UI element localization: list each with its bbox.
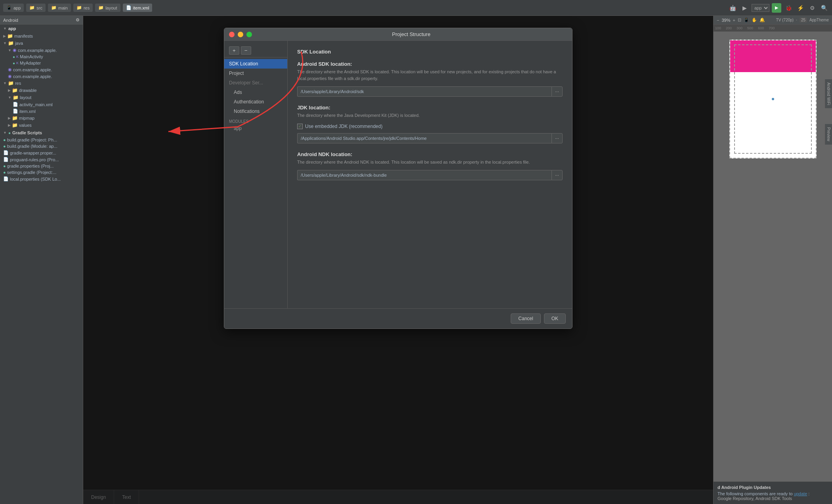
kt-badge-main: K — [16, 55, 19, 59]
zoom-out-icon[interactable]: − — [717, 18, 719, 23]
close-button[interactable] — [229, 32, 235, 37]
project-sidebar: Android ⚙ ▼ app ▶ 📁 manifests ▼ 📁 java ▼… — [0, 16, 83, 504]
tree-item-package2[interactable]: ◉ com.example.apple. — [0, 66, 83, 73]
dialog-nav-developer-ser[interactable]: Developer Ser... — [224, 78, 287, 88]
settings-icon[interactable]: ⚙ — [807, 3, 817, 13]
dialog-nav-app-module[interactable]: app — [224, 124, 287, 132]
toolbar-tab-itemxml[interactable]: 📄 item.xml — [123, 4, 153, 12]
tree-item-mipmap[interactable]: ▶ 📁 mipmap — [0, 115, 83, 122]
tree-item-app-root[interactable]: ▼ app — [0, 25, 83, 32]
plugin-updates-title: d Android Plugin Updates — [718, 485, 828, 490]
horizontal-ruler: 100200300500600700 — [714, 25, 832, 32]
right-vertical-tabs: Android WiFi Preview — [825, 79, 832, 145]
tree-item-java[interactable]: ▼ 📁 java — [0, 40, 83, 47]
tree-item-local-props[interactable]: 📄 local.properties (SDK Lo... — [0, 176, 83, 182]
dialog-titlebar: Project Structure — [224, 28, 572, 41]
tree-item-gradle-props[interactable]: ● gradle.properties (Proj... — [0, 163, 83, 169]
run-button[interactable]: ▶ — [772, 3, 781, 13]
plugin-updates-prefix: d — [718, 485, 721, 490]
dialog-nav-project[interactable]: Project — [224, 69, 287, 78]
debug-icon[interactable]: 🐞 — [784, 3, 793, 13]
dialog-nav-ads[interactable]: Ads — [224, 88, 287, 97]
android-icon[interactable]: 🤖 — [728, 3, 737, 13]
folder-icon-mipmap: 📁 — [12, 115, 18, 121]
android-sdk-path-input[interactable] — [297, 86, 551, 97]
ndk-path-field: ··· — [297, 170, 563, 180]
tree-item-myadapter[interactable]: ● K MyAdapter — [0, 60, 83, 66]
tree-item-manifests[interactable]: ▶ 📁 manifests — [0, 32, 83, 40]
dialog-footer: Cancel OK — [224, 308, 572, 328]
xml-icon-activity: 📄 — [13, 102, 18, 107]
gradle-icon-1: ● — [3, 137, 6, 142]
gradle-icon-4: ● — [3, 170, 6, 175]
plugin-updates-desc: The following components are ready to up… — [718, 491, 828, 496]
tree-item-build-gradle-mod[interactable]: ● build.gradle (Module: ap... — [0, 143, 83, 149]
top-toolbar: 📱 app 📁 src 📁 main 📁 res 📁 layout 📄 item… — [0, 0, 832, 16]
profile-icon[interactable]: ⚡ — [796, 3, 805, 13]
run-config-icon[interactable]: ▶ — [740, 3, 749, 13]
preview-vertical-label[interactable]: Preview — [825, 124, 832, 145]
file-icon-proguard: 📄 — [3, 157, 9, 162]
chevron-icon-layout: ▼ — [8, 95, 11, 99]
gradle-folder-icon: ● — [8, 131, 11, 135]
toolbar-tab-app[interactable]: 📱 app — [3, 4, 24, 12]
tree-item-build-gradle-proj[interactable]: ● build.gradle (Project: Ph... — [0, 137, 83, 143]
tree-item-itemxml[interactable]: 📄 item.xml — [0, 108, 83, 115]
dialog-body: + − SDK Location Project Developer Ser..… — [224, 41, 572, 308]
chevron-icon-pkg1: ▼ — [8, 48, 11, 52]
android-sdk-browse-button[interactable]: ··· — [551, 86, 563, 97]
folder-icon-java: 📁 — [8, 40, 14, 46]
dialog-nav-authentication[interactable]: Authentication — [224, 97, 287, 107]
tree-item-mainactivity[interactable]: ● K MainActivity — [0, 53, 83, 60]
remove-item-button[interactable]: − — [241, 46, 251, 55]
tree-item-settings-gradle[interactable]: ● settings.gradle (Project:... — [0, 169, 83, 176]
device-frame — [729, 40, 817, 158]
gradle-icon-2: ● — [3, 144, 6, 149]
run-config-select[interactable]: app — [752, 4, 769, 12]
jdk-browse-button[interactable]: ··· — [551, 133, 563, 143]
ok-button[interactable]: OK — [544, 313, 566, 324]
tree-item-proguard[interactable]: 📄 proguard-rules.pro (Pro... — [0, 156, 83, 163]
search-icon[interactable]: 🔍 — [819, 3, 829, 13]
zoom-in-icon[interactable]: + — [733, 18, 735, 23]
jdk-path-input[interactable] — [297, 133, 551, 143]
main-layout: Android ⚙ ▼ app ▶ 📁 manifests ▼ 📁 java ▼… — [0, 16, 832, 504]
folder-icon: 📁 — [29, 5, 35, 10]
kt-badge-adapter: K — [16, 61, 19, 65]
tree-item-res[interactable]: ▼ 📁 res — [0, 80, 83, 87]
ndk-path-input[interactable] — [297, 170, 551, 180]
tree-item-drawable[interactable]: ▶ 📁 drawable — [0, 87, 83, 94]
phone-icon[interactable]: 📱 — [744, 17, 749, 23]
toolbar-tab-src[interactable]: 📁 src — [26, 4, 46, 12]
hand-icon[interactable]: ✋ — [752, 17, 757, 23]
tree-item-values[interactable]: ▶ 📁 values — [0, 122, 83, 129]
tree-item-gradle-scripts[interactable]: ▼ ● Gradle Scripts — [0, 129, 83, 137]
fit-icon[interactable]: ⊡ — [738, 17, 741, 23]
chevron-icon-mipmap: ▶ — [8, 116, 11, 120]
project-structure-dialog: Project Structure + − SDK Location — [224, 28, 572, 329]
tree-label-app: app — [8, 26, 16, 31]
dialog-nav-sdk-location[interactable]: SDK Location — [224, 59, 287, 69]
dialog-nav-modules-section: Modules — [224, 116, 287, 124]
embedded-jdk-checkbox[interactable]: ✓ — [297, 124, 303, 129]
android-wifi-label[interactable]: Android WiFi — [825, 79, 832, 108]
toolbar-tab-main[interactable]: 📁 main — [48, 4, 71, 12]
bell-icon[interactable]: 🔔 — [759, 17, 765, 23]
tree-item-activitymain[interactable]: 📄 activity_main.xml — [0, 101, 83, 108]
toolbar-tab-layout[interactable]: 📁 layout — [95, 4, 120, 12]
tree-item-gradle-wrapper[interactable]: 📄 gradle-wrapper.proper... — [0, 149, 83, 156]
jdk-title: JDK location: — [297, 105, 563, 111]
add-item-button[interactable]: + — [229, 46, 239, 55]
toolbar-tab-res[interactable]: 📁 res — [73, 4, 93, 12]
tree-item-layout[interactable]: ▼ 📁 layout — [0, 94, 83, 101]
cancel-button[interactable]: Cancel — [511, 313, 540, 324]
folder-icon-2: 📁 — [51, 5, 57, 10]
sidebar-settings-icon[interactable]: ⚙ — [76, 17, 80, 23]
ndk-browse-button[interactable]: ··· — [551, 170, 563, 180]
tree-item-package3[interactable]: ◉ com.example.apple. — [0, 73, 83, 80]
minimize-button[interactable] — [238, 32, 243, 37]
dialog-nav-notifications[interactable]: Notifications — [224, 107, 287, 116]
maximize-button[interactable] — [246, 32, 252, 37]
update-link[interactable]: update — [794, 491, 807, 496]
tree-item-package1[interactable]: ▼ ◉ com.example.apple. — [0, 47, 83, 53]
